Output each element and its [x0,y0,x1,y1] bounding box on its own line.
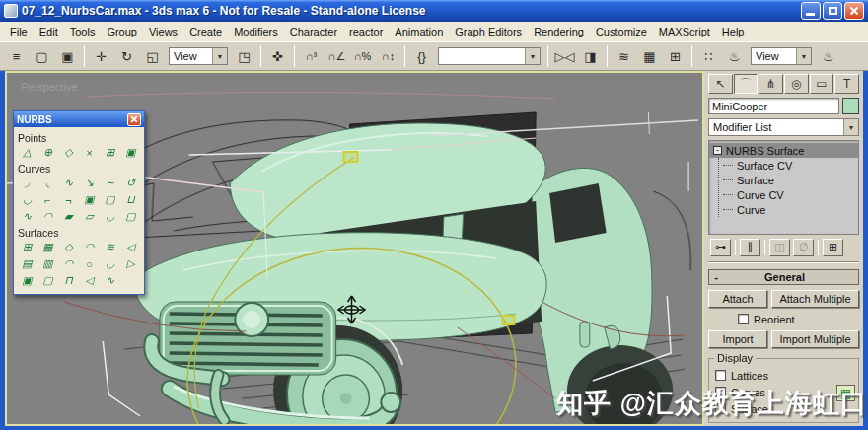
nurbs-curve-icon[interactable]: ⊔ [121,192,140,207]
render-type-dropdown[interactable]: View ▼ [751,47,812,65]
nurbs-curve-icon[interactable]: ▣ [80,192,99,207]
select-and-manipulate-button[interactable]: ✜ [265,44,290,68]
tab-motion[interactable]: ◎ [784,74,809,94]
quick-render-button[interactable]: ♨ [816,44,840,68]
reorient-checkbox[interactable] [738,314,749,324]
menu-file[interactable]: File [4,23,34,40]
nurbs-surface-icon[interactable]: ◁ [121,240,140,254]
chevron-down-icon[interactable]: ▼ [796,48,811,64]
percent-snap-button[interactable]: ∩% [350,44,375,68]
close-button[interactable] [844,2,864,20]
collapse-toggle-icon[interactable]: - [713,146,722,155]
nurbs-surface-icon[interactable]: ◠ [80,240,99,254]
layer-manager-button[interactable]: ≋ [612,44,636,68]
nurbs-surface-icon[interactable]: ▤ [18,256,36,271]
general-rollout-header[interactable]: - General [708,269,859,284]
nurbs-surface-icon[interactable]: ◇ [59,240,78,254]
nurbs-point-icon[interactable]: ◇ [59,145,78,160]
nurbs-curve-icon[interactable]: ▱ [80,209,99,224]
named-selection-sets-button[interactable]: {} [409,44,434,68]
nurbs-curve-icon[interactable]: ▢ [121,209,140,224]
use-pivot-center-button[interactable]: ◳ [232,44,256,68]
render-scene-button[interactable]: ♨ [722,44,747,68]
snap-toggle-button[interactable]: ∩³ [299,44,324,68]
nurbs-curve-icon[interactable]: ∿ [18,209,36,224]
nurbs-surface-icon[interactable]: ◠ [59,256,78,271]
chevron-down-icon[interactable]: ▼ [525,48,540,64]
select-by-name-button[interactable]: ≡ [4,44,29,68]
material-editor-button[interactable]: ∷ [696,44,721,68]
menu-maxscript[interactable]: MAXScript [653,23,716,40]
nurbs-surface-icon[interactable]: ≋ [101,240,119,254]
nurbs-curve-icon[interactable]: ◞ [18,176,36,190]
pin-stack-button[interactable]: ⊶ [710,239,731,256]
menu-animation[interactable]: Animation [389,23,449,40]
palette-close-button[interactable] [127,113,141,126]
object-color-swatch[interactable] [842,98,859,114]
menu-reactor[interactable]: reactor [343,23,389,40]
nurbs-curve-icon[interactable]: ¬ [59,192,78,207]
menu-modifiers[interactable]: Modifiers [228,23,284,40]
chevron-down-icon[interactable]: ▼ [843,119,858,135]
remove-modifier-button[interactable]: ∅ [793,239,814,256]
attach-button[interactable]: Attach [708,290,767,308]
menu-group[interactable]: Group [101,23,143,40]
maximize-button[interactable] [823,2,842,20]
nurbs-curve-icon[interactable]: ↘ [80,176,99,190]
schematic-view-button[interactable]: ⊞ [663,44,687,68]
nurbs-point-icon[interactable]: ⊞ [101,145,119,160]
object-name-field[interactable]: MiniCooper [708,98,839,114]
named-selection-dropdown[interactable]: ▼ [438,47,541,65]
select-and-move-button[interactable]: ✛ [89,44,113,68]
nurbs-point-icon[interactable]: ⊕ [38,145,57,160]
nurbs-surface-icon[interactable]: ◡ [101,256,119,271]
nurbs-curve-icon[interactable]: ◠ [38,209,57,224]
tab-display[interactable]: ▭ [810,74,834,94]
nurbs-surface-icon[interactable]: ▷ [121,256,140,271]
palette-title-bar[interactable]: NURBS [14,111,144,127]
perspective-viewport[interactable]: Perspective NURBS Points △ ⊕ ◇ × ⊞ ▣ [5,71,704,426]
menu-tools[interactable]: Tools [64,23,102,40]
nurbs-curve-icon[interactable]: ∼ [101,176,119,190]
angle-snap-button[interactable]: ∩∠ [325,44,349,68]
align-button[interactable]: ◨ [578,44,603,68]
configure-modifier-sets-button[interactable]: ⊞ [823,239,843,256]
menu-rendering[interactable]: Rendering [528,23,590,40]
make-unique-button[interactable]: ◫ [769,239,790,256]
rectangular-selection-region-button[interactable]: ▢ [30,44,54,68]
modifier-list-dropdown[interactable]: Modifier List ▼ [708,118,859,136]
nurbs-surface-icon[interactable]: ▦ [38,240,57,254]
nurbs-curve-icon[interactable]: ∿ [59,176,78,190]
tab-utilities[interactable]: T [834,74,859,94]
nurbs-surface-icon[interactable]: ▢ [38,273,57,288]
menu-graph-editors[interactable]: Graph Editors [449,23,528,40]
nurbs-curve-icon[interactable]: ▢ [101,192,119,207]
stack-item-curve-cv[interactable]: Curve CV [719,187,858,202]
tab-hierarchy[interactable]: ⋔ [759,74,783,94]
stack-item-surface[interactable]: Surface [719,173,858,187]
menu-character[interactable]: Character [284,23,343,40]
select-and-rotate-button[interactable]: ↻ [114,44,139,68]
spinner-snap-button[interactable]: ∩↕ [376,44,400,68]
nurbs-curve-icon[interactable]: ◡ [101,209,119,224]
stack-item-surface-cv[interactable]: Surface CV [719,158,858,173]
nurbs-point-icon[interactable]: △ [18,145,36,160]
select-and-scale-button[interactable]: ◱ [140,44,165,68]
nurbs-point-icon[interactable]: ▣ [121,145,140,160]
viewport-label[interactable]: Perspective [21,81,77,93]
menu-views[interactable]: Views [143,23,183,40]
minimize-button[interactable] [801,2,821,20]
reference-coordinate-system-dropdown[interactable]: View ▼ [169,47,228,65]
nurbs-curve-icon[interactable]: ◡ [18,192,36,207]
stack-item-curve[interactable]: Curve [719,202,858,217]
nurbs-surface-icon[interactable]: ▣ [18,273,36,288]
nurbs-surface-icon[interactable]: ○ [80,256,99,271]
attach-multiple-button[interactable]: Attach Multiple [771,290,859,308]
nurbs-point-icon[interactable]: × [80,145,99,160]
nurbs-surface-icon[interactable]: ∿ [101,273,119,288]
import-button[interactable]: Import [708,330,767,348]
show-end-result-button[interactable]: ∥ [740,239,760,256]
nurbs-surface-icon[interactable]: ◁ [80,273,99,288]
menu-customize[interactable]: Customize [590,23,653,40]
rollout-collapse-icon[interactable]: - [709,271,723,283]
